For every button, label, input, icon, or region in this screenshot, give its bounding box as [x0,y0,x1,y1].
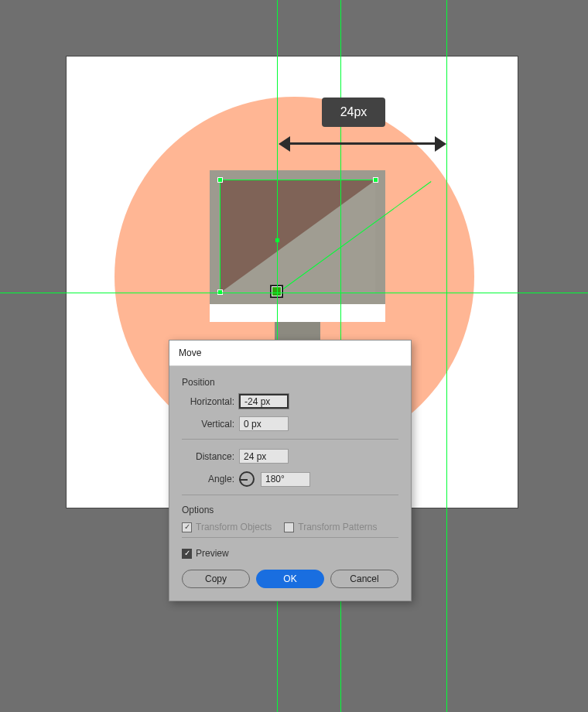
vertical-row: Vertical: [182,416,398,431]
dialog-title: Move [169,341,411,366]
dialog-body: Position Horizontal: Vertical: Distance:… [169,366,411,601]
preview-label: Preview [196,548,229,559]
ok-button[interactable]: OK [256,570,324,588]
transform-objects-label: Transform Objects [196,522,272,532]
dialog-buttons: Copy OK Cancel [182,570,398,588]
guide-vertical[interactable] [446,0,447,712]
distance-label: Distance: [182,451,239,462]
measurement-text: 24px [340,105,368,119]
copy-button-label: Copy [205,573,227,584]
move-dialog: Move Position Horizontal: Vertical: Dist… [169,340,412,601]
checkbox-box-icon [182,522,192,532]
vertical-input[interactable] [239,416,289,431]
arrow-shaft [286,142,439,145]
transform-patterns-checkbox: Transform Patterns [284,522,377,532]
checkbox-box-icon [182,549,192,559]
cancel-button[interactable]: Cancel [330,570,398,588]
distance-input[interactable] [239,449,289,464]
angle-input[interactable] [261,472,310,487]
vertical-label: Vertical: [182,419,239,430]
monitor-screen-triangle [220,180,375,293]
position-section-label: Position [182,377,398,388]
selection-edge [220,180,375,180]
selection-edge [220,180,220,293]
preview-checkbox[interactable]: Preview [182,548,229,559]
horizontal-row: Horizontal: [182,394,398,409]
guide-horizontal[interactable] [0,293,588,293]
checkbox-box-icon [284,522,294,532]
cancel-button-label: Cancel [350,573,378,584]
horizontal-input[interactable] [239,394,289,409]
angle-row: Angle: [182,471,398,487]
angle-dial-icon[interactable] [239,471,255,487]
divider [182,537,398,538]
divider [182,439,398,440]
measurement-label: 24px [322,98,385,127]
ok-button-label: OK [283,573,296,584]
horizontal-label: Horizontal: [182,396,239,407]
transform-objects-checkbox: Transform Objects [182,522,272,532]
options-section-label: Options [182,505,398,515]
measurement-arrow [279,135,446,152]
divider [182,495,398,495]
arrow-right-icon [435,136,446,152]
monitor-bottom-bar [210,304,385,322]
transform-patterns-label: Transform Patterns [298,522,377,532]
angle-label: Angle: [182,474,239,484]
anchor-handle[interactable] [373,177,378,183]
anchor-handle[interactable] [217,177,223,183]
distance-row: Distance: [182,449,398,464]
copy-button[interactable]: Copy [182,570,250,588]
